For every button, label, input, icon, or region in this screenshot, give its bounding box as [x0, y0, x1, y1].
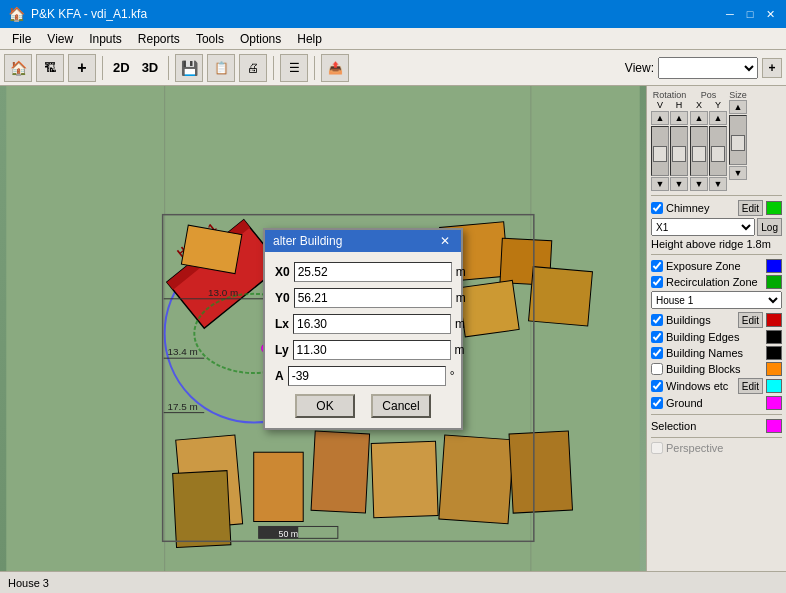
x1-select[interactable]: X1 [651, 218, 755, 236]
ground-row: Ground [651, 396, 782, 410]
log-button[interactable]: Log [757, 218, 782, 236]
ground-color-box[interactable] [766, 396, 782, 410]
building-names-checkbox[interactable] [651, 347, 663, 359]
rotation-sliders: V ▲ ▼ H ▲ ▼ [651, 100, 688, 191]
ground-checkbox[interactable] [651, 397, 663, 409]
chimney-row: Chimney Edit [651, 200, 782, 216]
view-add-button[interactable]: + [762, 58, 782, 78]
canvas-area[interactable]: 50 m House 1 [0, 86, 646, 571]
building-names-row: Building Names [651, 346, 782, 360]
windows-checkbox[interactable] [651, 380, 663, 392]
building-blocks-color-box[interactable] [766, 362, 782, 376]
menu-options[interactable]: Options [232, 30, 289, 48]
toolbar-list-icon[interactable]: ☰ [280, 54, 308, 82]
building-edges-checkbox[interactable] [651, 331, 663, 343]
v-label: V [657, 100, 663, 110]
exposure-label: Exposure Zone [666, 260, 763, 272]
dialog-titlebar[interactable]: alter Building ✕ [265, 230, 461, 252]
dialog-input-lx[interactable] [293, 314, 451, 334]
x-down-arrow[interactable]: ▼ [690, 177, 708, 191]
size-down-arrow[interactable]: ▼ [729, 166, 747, 180]
exposure-color-box[interactable] [766, 259, 782, 273]
dialog-close-button[interactable]: ✕ [437, 233, 453, 249]
toolbar-add-icon[interactable]: + [68, 54, 96, 82]
chimney-edit-button[interactable]: Edit [738, 200, 763, 216]
view-dropdown[interactable] [658, 57, 758, 79]
h-down-arrow[interactable]: ▼ [670, 177, 688, 191]
buildings-edit-button[interactable]: Edit [738, 312, 763, 328]
dialog-ok-button[interactable]: OK [295, 394, 355, 418]
dialog-cancel-button[interactable]: Cancel [371, 394, 431, 418]
toolbar-3d[interactable]: 3D [138, 60, 163, 75]
dialog-unit-a: ° [450, 369, 455, 383]
toolbar-home-icon[interactable]: 🏠 [4, 54, 32, 82]
perspective-row: Perspective [651, 442, 782, 454]
menu-reports[interactable]: Reports [130, 30, 188, 48]
building-blocks-row: Building Blocks [651, 362, 782, 376]
dialog-title: alter Building [273, 234, 342, 248]
h-up-arrow[interactable]: ▲ [670, 111, 688, 125]
menu-inputs[interactable]: Inputs [81, 30, 130, 48]
menu-view[interactable]: View [39, 30, 81, 48]
dialog-input-a[interactable] [288, 366, 446, 386]
y-thumb[interactable] [711, 146, 725, 162]
recirc-color-box[interactable] [766, 275, 782, 289]
minimize-button[interactable]: ─ [722, 6, 738, 22]
size-track[interactable] [729, 115, 747, 165]
menu-file[interactable]: File [4, 30, 39, 48]
building-edges-color-box[interactable] [766, 330, 782, 344]
toolbar-separator-1 [102, 56, 103, 80]
x-up-arrow[interactable]: ▲ [690, 111, 708, 125]
perspective-checkbox[interactable] [651, 442, 663, 454]
toolbar-2d[interactable]: 2D [109, 60, 134, 75]
dialog-unit-y0: m [456, 291, 466, 305]
buildings-checkbox[interactable] [651, 314, 663, 326]
building-blocks-checkbox[interactable] [651, 363, 663, 375]
panel-divider-3 [651, 414, 782, 415]
exposure-row: Exposure Zone [651, 259, 782, 273]
right-panel: Rotation V ▲ ▼ H ▲ ▼ [646, 86, 786, 571]
titlebar-controls: ─ □ ✕ [722, 6, 778, 22]
h-track[interactable] [670, 126, 688, 176]
house-dropdown[interactable]: House 1 House 2 House 3 [651, 291, 782, 309]
selection-color-box[interactable] [766, 419, 782, 433]
dialog-input-x0[interactable] [294, 262, 452, 282]
toolbar-print-icon[interactable]: 🖨 [239, 54, 267, 82]
dialog-label-lx: Lx [275, 317, 289, 331]
pos-label: Pos [701, 90, 717, 100]
close-button[interactable]: ✕ [762, 6, 778, 22]
y-down-arrow[interactable]: ▼ [709, 177, 727, 191]
windows-edit-button[interactable]: Edit [738, 378, 763, 394]
chimney-checkbox[interactable] [651, 202, 663, 214]
recirc-checkbox[interactable] [651, 276, 663, 288]
app-icon: 🏠 [8, 6, 25, 22]
toolbar-upload-icon[interactable]: 📤 [321, 54, 349, 82]
buildings-color-box[interactable] [766, 313, 782, 327]
dialog-row-ly: Ly m [275, 340, 451, 360]
building-names-color-box[interactable] [766, 346, 782, 360]
size-thumb[interactable] [731, 135, 745, 151]
y-track[interactable] [709, 126, 727, 176]
maximize-button[interactable]: □ [742, 6, 758, 22]
windows-color-box[interactable] [766, 379, 782, 393]
toolbar-building-icon[interactable]: 🏗 [36, 54, 64, 82]
toolbar-save-icon[interactable]: 💾 [175, 54, 203, 82]
chimney-color-box[interactable] [766, 201, 782, 215]
x-track[interactable] [690, 126, 708, 176]
menu-tools[interactable]: Tools [188, 30, 232, 48]
v-down-arrow[interactable]: ▼ [651, 177, 669, 191]
toolbar-copy-icon[interactable]: 📋 [207, 54, 235, 82]
dialog-input-ly[interactable] [293, 340, 451, 360]
h-thumb[interactable] [672, 146, 686, 162]
y-up-arrow[interactable]: ▲ [709, 111, 727, 125]
exposure-checkbox[interactable] [651, 260, 663, 272]
v-up-arrow[interactable]: ▲ [651, 111, 669, 125]
x1-row: X1 Log [651, 218, 782, 236]
x-thumb[interactable] [692, 146, 706, 162]
v-track[interactable] [651, 126, 669, 176]
height-value: 1.8m [746, 238, 770, 250]
v-thumb[interactable] [653, 146, 667, 162]
dialog-input-y0[interactable] [294, 288, 452, 308]
menu-help[interactable]: Help [289, 30, 330, 48]
size-up-arrow[interactable]: ▲ [729, 100, 747, 114]
